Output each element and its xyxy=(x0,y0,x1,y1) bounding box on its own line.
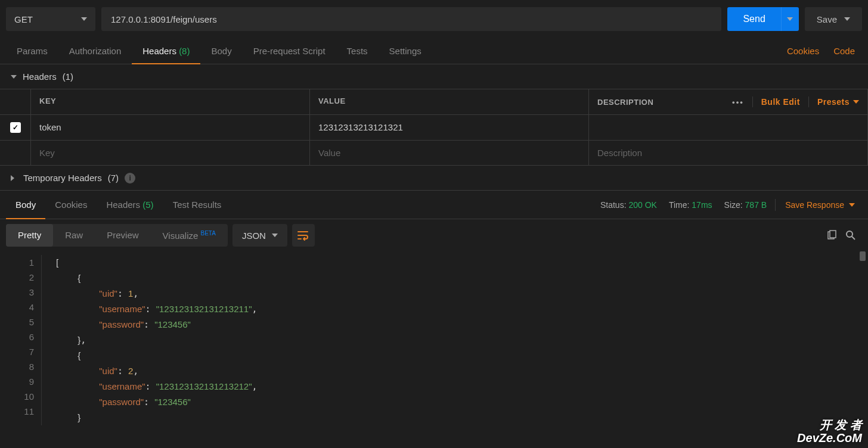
format-select[interactable]: JSON xyxy=(232,224,287,247)
headers-panel-title: Headers xyxy=(23,71,57,82)
info-icon[interactable]: i xyxy=(125,173,135,183)
header-new-checkbox xyxy=(0,141,31,166)
http-method-select[interactable]: GET xyxy=(6,7,95,31)
tab-authorization[interactable]: Authorization xyxy=(58,38,132,64)
header-new-description[interactable]: Description xyxy=(589,141,868,166)
wrap-icon xyxy=(297,230,309,241)
temporary-headers-toggle[interactable]: Temporary Headers (7) i xyxy=(0,166,868,191)
header-new-key[interactable]: Key xyxy=(31,141,310,166)
send-dropdown-button[interactable] xyxy=(781,7,799,31)
response-tab-test-results[interactable]: Test Results xyxy=(163,191,231,219)
tab-pre-request-script[interactable]: Pre-request Script xyxy=(243,38,336,64)
chevron-down-icon xyxy=(272,234,278,237)
view-visualize[interactable]: Visualize BETA xyxy=(151,224,228,247)
url-input[interactable] xyxy=(101,7,721,31)
search-icon[interactable] xyxy=(845,230,856,241)
tab-body[interactable]: Body xyxy=(200,38,242,64)
view-preview[interactable]: Preview xyxy=(95,224,150,247)
temporary-headers-count: (7) xyxy=(108,173,119,183)
status-value: 200 OK xyxy=(628,200,656,210)
tab-params[interactable]: Params xyxy=(6,38,58,64)
response-tabs: Body Cookies Headers (5) Test Results St… xyxy=(0,191,868,219)
caret-down-icon xyxy=(11,75,17,79)
svg-line-3 xyxy=(852,237,855,239)
size-label: Size: 787 B xyxy=(718,200,773,210)
watermark: 开 发 者 DevZe.CoM xyxy=(797,418,862,429)
headers-panel-count: (1) xyxy=(63,71,73,82)
response-tab-body[interactable]: Body xyxy=(6,191,45,219)
chevron-down-icon xyxy=(787,17,793,21)
time-label: Time: 17ms xyxy=(663,200,718,210)
temporary-headers-label: Temporary Headers xyxy=(23,173,102,183)
response-tab-headers[interactable]: Headers (5) xyxy=(97,191,163,219)
cookies-link[interactable]: Cookies xyxy=(780,46,826,56)
bulk-edit-link[interactable]: Bulk Edit xyxy=(761,97,800,107)
scrollbar-thumb[interactable] xyxy=(860,251,866,261)
caret-right-icon xyxy=(11,175,17,181)
code-content[interactable]: [ { "uid": 1, "username": "1231231321312… xyxy=(42,255,868,425)
header-row-checkbox[interactable]: ✓ xyxy=(0,115,31,141)
response-toolbar: Pretty Raw Preview Visualize BETA JSON xyxy=(0,219,868,251)
header-row-description[interactable] xyxy=(589,115,868,141)
save-button[interactable]: Save xyxy=(805,7,862,31)
send-button[interactable]: Send xyxy=(727,7,780,31)
copy-icon[interactable] xyxy=(826,230,837,241)
response-body: 1234567891011 [ { "uid": 1, "username": … xyxy=(0,251,868,429)
table-header-description-and-actions: DESCRIPTION ••• Bulk Edit Presets xyxy=(589,89,868,115)
headers-panel-toggle[interactable]: Headers (1) xyxy=(0,64,868,89)
code-link[interactable]: Code xyxy=(826,46,862,56)
response-tab-cookies[interactable]: Cookies xyxy=(45,191,97,219)
save-response-button[interactable]: Save Response xyxy=(778,200,862,210)
view-pretty[interactable]: Pretty xyxy=(6,224,53,247)
tab-settings[interactable]: Settings xyxy=(379,38,432,64)
status-label: Status: 200 OK xyxy=(594,200,663,210)
ellipsis-icon[interactable]: ••• xyxy=(732,98,744,107)
svg-point-2 xyxy=(847,231,852,237)
request-tabs: Params Authorization Headers (8) Body Pr… xyxy=(0,38,868,64)
header-row-key[interactable]: token xyxy=(31,115,310,141)
chevron-down-icon xyxy=(853,100,859,104)
checkbox-checked-icon: ✓ xyxy=(10,122,21,133)
chevron-down-icon xyxy=(849,203,855,207)
tab-headers[interactable]: Headers (8) xyxy=(132,38,200,64)
svg-rect-1 xyxy=(830,231,836,238)
line-gutter: 1234567891011 xyxy=(0,255,42,425)
header-row-value[interactable]: 12312313213121321 xyxy=(310,115,589,141)
table-header-checkbox xyxy=(0,89,31,115)
table-header-key: KEY xyxy=(31,89,310,115)
table-header-value: VALUE xyxy=(310,89,589,115)
tab-tests[interactable]: Tests xyxy=(336,38,379,64)
header-new-value[interactable]: Value xyxy=(310,141,589,166)
wrap-lines-button[interactable] xyxy=(292,224,315,247)
time-value: 17ms xyxy=(692,200,712,210)
chevron-down-icon xyxy=(81,17,87,21)
presets-link[interactable]: Presets xyxy=(817,97,859,107)
view-raw[interactable]: Raw xyxy=(53,224,95,247)
chevron-down-icon xyxy=(844,17,850,21)
size-value: 787 B xyxy=(745,200,767,210)
headers-table: KEY VALUE DESCRIPTION ••• Bulk Edit Pres… xyxy=(0,89,868,166)
save-button-label: Save xyxy=(817,14,837,24)
table-header-description: DESCRIPTION xyxy=(597,98,653,107)
http-method-value: GET xyxy=(14,14,33,24)
